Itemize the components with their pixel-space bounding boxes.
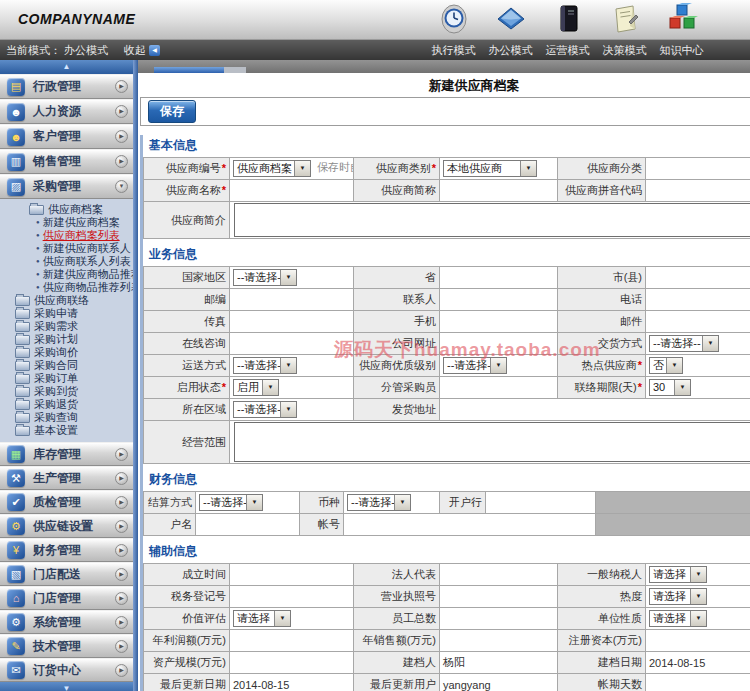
- sidebar-item-customer[interactable]: ☻客户管理▶: [0, 124, 133, 149]
- field-input[interactable]: --请选择--▼: [646, 333, 750, 355]
- field-input[interactable]: [230, 630, 354, 652]
- sidebar-item-distribution[interactable]: ▧门店配送▶: [0, 562, 133, 586]
- field-input[interactable]: [440, 586, 558, 608]
- field-input[interactable]: --请选择--▼: [196, 492, 300, 514]
- field-input[interactable]: [440, 399, 750, 421]
- dropdown[interactable]: --请选择--▼: [233, 401, 297, 418]
- sidebar-item-production[interactable]: ⚒生产管理▶: [0, 466, 133, 490]
- field-input[interactable]: [196, 514, 300, 536]
- mode-button-knowledge[interactable]: [653, 3, 710, 39]
- field-input[interactable]: [230, 652, 354, 674]
- submenu-folder[interactable]: 采购合同: [0, 359, 133, 372]
- field-input[interactable]: [440, 608, 558, 630]
- sidebar-item-store[interactable]: ⌂门店管理▶: [0, 586, 133, 610]
- dropdown[interactable]: 启用▼: [233, 379, 279, 396]
- mode-button-operation[interactable]: [539, 3, 596, 39]
- dropdown[interactable]: --请选择--▼: [443, 357, 507, 374]
- field-input[interactable]: [440, 564, 558, 586]
- field-input[interactable]: [646, 180, 750, 202]
- field-input[interactable]: 30▼: [646, 377, 750, 399]
- sidebar-item-hr[interactable]: ☻人力资源▶: [0, 99, 133, 124]
- dropdown[interactable]: 否▼: [649, 357, 683, 374]
- sidebar-item-finance[interactable]: ¥财务管理▶: [0, 538, 133, 562]
- field-input[interactable]: [440, 333, 558, 355]
- dropdown[interactable]: 供应商档案▼: [233, 160, 311, 177]
- field-input[interactable]: [646, 311, 750, 333]
- submenu-folder[interactable]: 采购需求: [0, 320, 133, 333]
- dropdown[interactable]: 请选择▼: [649, 610, 707, 627]
- field-input[interactable]: 本地供应商▼: [440, 158, 558, 180]
- dropdown[interactable]: 请选择▼: [233, 610, 291, 627]
- sidebar-item-quality[interactable]: ✔质检管理▶: [0, 490, 133, 514]
- submenu-folder[interactable]: 采购退货: [0, 398, 133, 411]
- dropdown[interactable]: 请选择▼: [649, 588, 707, 605]
- mode-tab-knowledge[interactable]: 知识中心: [653, 40, 710, 60]
- submenu-link[interactable]: ●供应商联系人列表: [0, 255, 133, 268]
- sidebar-item-sales[interactable]: ▥销售管理▶: [0, 149, 133, 174]
- field-input[interactable]: --请选择--▼: [230, 355, 354, 377]
- submenu-link[interactable]: ●新建供应商联系人: [0, 242, 133, 255]
- field-input[interactable]: 请选择▼: [646, 564, 750, 586]
- field-input[interactable]: 请选择▼: [646, 586, 750, 608]
- submenu-folder[interactable]: 采购到货: [0, 385, 133, 398]
- dropdown[interactable]: --请选择--▼: [649, 335, 719, 352]
- inactive-tab-indicator[interactable]: [224, 67, 246, 73]
- submenu-folder[interactable]: 基本设置: [0, 424, 133, 437]
- field-input[interactable]: [230, 333, 354, 355]
- field-input[interactable]: [646, 158, 750, 180]
- submenu-link[interactable]: ●供应商档案列表: [0, 229, 133, 242]
- field-input[interactable]: [440, 377, 558, 399]
- textarea-input[interactable]: [234, 422, 750, 462]
- sidebar-item-tech[interactable]: ✎技术管理▶: [0, 634, 133, 658]
- submenu-folder[interactable]: 采购申请: [0, 307, 133, 320]
- field-input[interactable]: --请选择--▼: [344, 492, 440, 514]
- collapse-button[interactable]: 收起 ◀: [124, 43, 160, 58]
- submenu-link[interactable]: ●新建供应商物品推荐: [0, 268, 133, 281]
- field-input[interactable]: [486, 492, 596, 514]
- field-input[interactable]: --请选择--▼: [230, 267, 354, 289]
- field-input[interactable]: [230, 564, 354, 586]
- field-input[interactable]: [230, 289, 354, 311]
- mode-tab-decision[interactable]: 决策模式: [596, 40, 653, 60]
- field-input[interactable]: 供应商档案▼保存时自动生成: [230, 158, 354, 180]
- sidebar-item-supplychain[interactable]: ⚙供应链设置▶: [0, 514, 133, 538]
- dropdown[interactable]: 30▼: [649, 379, 691, 396]
- sidebar-item-inventory[interactable]: ▦库存管理▶: [0, 442, 133, 466]
- field-input[interactable]: [440, 267, 558, 289]
- field-input[interactable]: [230, 311, 354, 333]
- field-input[interactable]: [344, 514, 596, 536]
- dropdown[interactable]: 本地供应商▼: [443, 160, 537, 177]
- submenu-folder[interactable]: 供应商档案: [0, 203, 133, 216]
- mode-tab-office[interactable]: 办公模式: [482, 40, 539, 60]
- field-input[interactable]: [440, 311, 558, 333]
- sidebar-item-purchase[interactable]: ▨采购管理▼: [0, 174, 133, 199]
- mode-tab-operation[interactable]: 运营模式: [539, 40, 596, 60]
- field-input[interactable]: 启用▼: [230, 377, 354, 399]
- textarea-input[interactable]: [234, 203, 750, 237]
- field-input[interactable]: [646, 267, 750, 289]
- dropdown[interactable]: --请选择--▼: [233, 269, 297, 286]
- submenu-folder[interactable]: 采购计划: [0, 333, 133, 346]
- field-input[interactable]: [440, 289, 558, 311]
- save-button[interactable]: 保存: [148, 100, 196, 123]
- mode-button-exec[interactable]: [425, 3, 482, 39]
- field-input[interactable]: [646, 674, 750, 691]
- sidebar-scroll-down[interactable]: ▼: [0, 682, 133, 691]
- sidebar-item-admin[interactable]: ▤行政管理▶: [0, 74, 133, 99]
- field-input[interactable]: --请选择--▼: [440, 355, 558, 377]
- field-input[interactable]: 请选择▼: [230, 608, 354, 630]
- submenu-link[interactable]: ●供应商物品推荐列表: [0, 281, 133, 294]
- dropdown[interactable]: --请选择--▼: [233, 357, 297, 374]
- mode-button-office[interactable]: [482, 3, 539, 39]
- field-input[interactable]: [230, 586, 354, 608]
- dropdown[interactable]: --请选择--▼: [347, 494, 411, 511]
- submenu-link[interactable]: ●新建供应商档案: [0, 216, 133, 229]
- field-input[interactable]: 否▼: [646, 355, 750, 377]
- submenu-folder[interactable]: 供应商联络: [0, 294, 133, 307]
- submenu-folder[interactable]: 采购询价: [0, 346, 133, 359]
- dropdown[interactable]: --请选择--▼: [199, 494, 263, 511]
- sidebar-scroll-up[interactable]: ▲: [0, 60, 133, 74]
- field-input[interactable]: --请选择--▼: [230, 399, 354, 421]
- field-input[interactable]: [646, 289, 750, 311]
- field-input[interactable]: [440, 180, 558, 202]
